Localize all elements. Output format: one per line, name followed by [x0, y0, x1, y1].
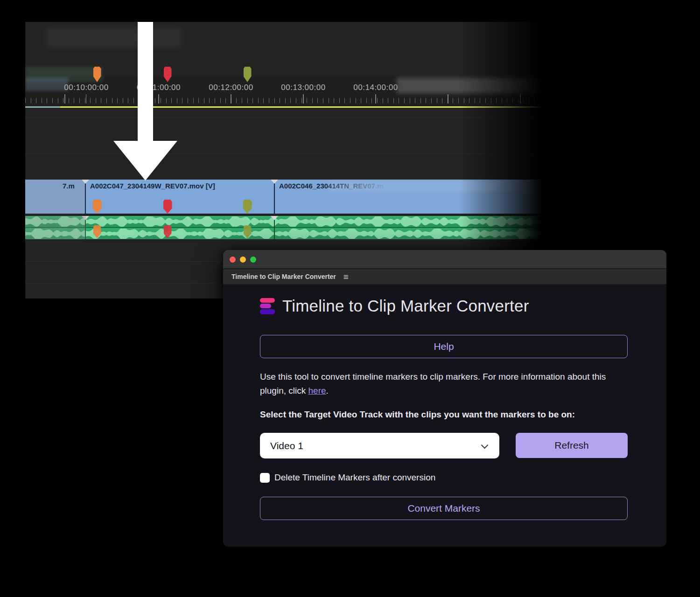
select-value: Video 1 — [270, 433, 303, 458]
zoom-window-button[interactable] — [250, 257, 256, 263]
blur-artifact — [25, 67, 102, 82]
panel-tab-title[interactable]: Timeline to Clip Marker Converter — [231, 273, 336, 280]
blur-artifact — [25, 216, 86, 239]
timecode-label: 00:13:00:00 — [281, 83, 325, 92]
here-link[interactable]: here — [308, 386, 326, 396]
video-clip-label[interactable]: A002C047_2304149W_REV07.mov [V] — [90, 182, 215, 190]
plugin-logo-icon — [260, 298, 275, 314]
delete-markers-label: Delete Timeline Markers after conversion — [274, 472, 435, 483]
blur-artifact — [25, 180, 85, 214]
panel-tab-bar: Timeline to Clip Marker Converter ≡ — [223, 269, 666, 285]
clip-fade-handle[interactable] — [271, 216, 278, 220]
brand-row: Timeline to Clip Marker Converter — [260, 297, 529, 315]
plugin-panel: Timeline to Clip Marker Converter Help U… — [223, 285, 666, 547]
description-after: . — [326, 386, 329, 396]
help-button[interactable]: Help — [260, 335, 628, 358]
plugin-window: Timeline to Clip Marker Converter ≡ Time… — [223, 250, 666, 547]
red-marker[interactable] — [164, 67, 172, 82]
video-track-select[interactable]: Video 1 — [260, 433, 499, 458]
close-window-button[interactable] — [230, 257, 236, 263]
panel-menu-icon[interactable]: ≡ — [343, 272, 349, 281]
delete-markers-row: Delete Timeline Markers after conversion — [260, 472, 435, 483]
refresh-button[interactable]: Refresh — [516, 433, 628, 458]
timecode-label: 00:11:00:00 — [137, 83, 181, 92]
delete-markers-checkbox[interactable] — [260, 473, 270, 483]
clip-fade-handle[interactable] — [82, 180, 89, 184]
clip-cut — [85, 180, 86, 214]
timecode-label: 00:10:00:00 — [64, 83, 108, 92]
clip-fade-handle[interactable] — [271, 180, 278, 184]
orange-marker[interactable] — [93, 67, 101, 82]
window-titlebar[interactable] — [223, 250, 666, 269]
minimize-window-button[interactable] — [240, 257, 246, 263]
work-area-bar-left — [25, 106, 60, 108]
target-track-label: Select the Target Video Track with the c… — [260, 410, 643, 420]
chevron-down-icon — [481, 442, 489, 449]
timecode-label: 00:12:00:00 — [209, 83, 253, 92]
blur-artifact — [25, 78, 68, 91]
description-text: Use this tool to convert timeline marker… — [260, 370, 633, 398]
blur-artifact — [46, 28, 182, 48]
timecode-label: 00:14:00:00 — [353, 83, 398, 92]
convert-markers-button[interactable]: Convert Markers — [260, 497, 628, 520]
page-title: Timeline to Clip Marker Converter — [282, 297, 529, 315]
clip-cut — [274, 180, 275, 214]
olive-marker[interactable] — [244, 67, 252, 82]
video-clip-label[interactable]: 7.m — [63, 182, 75, 190]
